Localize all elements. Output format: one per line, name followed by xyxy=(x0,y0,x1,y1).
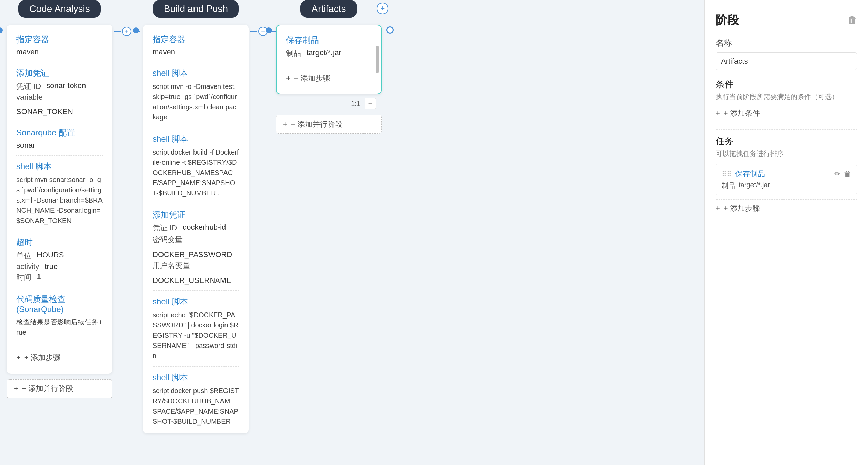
scroll-track xyxy=(376,46,379,73)
stage-build-push: Build and Push + 指定容器 maven shell 脚本 scr… xyxy=(143,0,249,433)
name-input[interactable] xyxy=(716,52,857,70)
shell-script-2-1: script mvn -o -Dmaven.test.skip=true -gs… xyxy=(153,81,239,122)
task-desc: 可以拖拽任务进行排序 xyxy=(716,149,857,158)
timeout-label: 超时 xyxy=(16,237,103,248)
container-value-1: maven xyxy=(16,48,103,57)
timeout-time: 时间 1 xyxy=(16,272,103,283)
condition-title: 条件 xyxy=(716,78,857,90)
container-label-2: 指定容器 xyxy=(153,34,239,45)
connector-left-3 xyxy=(266,27,272,33)
drag-handle-icon[interactable]: ⠿⠿ xyxy=(722,170,732,178)
task-field-row: 制品 target/*.jar xyxy=(722,181,851,190)
card-artifacts: 保存制品 制品 target/*.jar + + 添加步骤 xyxy=(276,25,382,94)
credential-label-1: 添加凭证 xyxy=(16,68,103,79)
shell-script-2-3: script echo "$DOCKER_PASSWORD" | docker … xyxy=(153,310,239,361)
shell-label-1: shell 脚本 xyxy=(16,161,103,172)
stage-code-analysis: Code Analysis + 指定容器 maven 添加凭证 凭证 ID so… xyxy=(7,0,112,398)
credential-user-2: 用户名变量 DOCKER_USERNAME xyxy=(153,260,239,285)
quality-desc: 检查结果是否影响后续任务 true xyxy=(16,317,103,337)
add-parallel-btn-3[interactable]: + + 添加并行阶段 xyxy=(276,115,382,134)
delete-stage-icon[interactable]: 🗑 xyxy=(848,15,857,26)
credential-id-2: 凭证 ID dockerhub-id xyxy=(153,223,239,233)
dot-left-3 xyxy=(266,27,272,33)
credential-pwd-2: 密码变量 DOCKER_PASSWORD xyxy=(153,235,239,259)
shell-label-2-2: shell 脚本 xyxy=(153,133,239,144)
card-build-push: 指定容器 maven shell 脚本 script mvn -o -Dmave… xyxy=(143,25,249,433)
shell-script-2-2: script docker build -f Dockerfile-online… xyxy=(153,147,239,198)
connector-left-2 xyxy=(133,27,139,33)
name-label: 名称 xyxy=(716,37,857,48)
pipeline-area: Code Analysis + 指定容器 maven 添加凭证 凭证 ID so… xyxy=(0,0,704,465)
plus-top-icon[interactable]: + xyxy=(377,3,388,14)
line-right-1 xyxy=(114,31,121,32)
card-code-analysis: 指定容器 maven 添加凭证 凭证 ID sonar-token variab… xyxy=(7,25,112,374)
connector-left-1 xyxy=(0,27,3,33)
dot-outline-3 xyxy=(386,26,394,34)
add-condition-btn[interactable]: + + 添加条件 xyxy=(716,106,760,121)
connector-right-2: + xyxy=(250,27,276,36)
task-item-save: ⠿⠿ 保存制品 ✏ 🗑 制品 target/*.jar xyxy=(716,164,857,195)
task-title: 任务 xyxy=(716,135,857,147)
ratio-label: 1:1 xyxy=(351,100,360,108)
add-step-btn-1[interactable]: + + 添加步骤 xyxy=(16,349,103,367)
task-actions: ✏ 🗑 xyxy=(834,170,851,178)
save-label: 保存制品 xyxy=(286,35,371,46)
plus-btn-1[interactable]: + xyxy=(122,27,131,36)
condition-section: 条件 执行当前阶段所需要满足的条件（可选） + + 添加条件 xyxy=(716,78,857,121)
artifacts-controls: 1:1 − xyxy=(276,98,382,109)
timeout-activity: activity true xyxy=(16,262,103,271)
shell-script-1: script mvn sonar:sonar -o -gs `pwd`/conf… xyxy=(16,175,103,226)
timeout-unit: 单位 HOURS xyxy=(16,251,103,261)
shell-label-2-1: shell 脚本 xyxy=(153,68,239,79)
add-parallel-btn-1[interactable]: + + 添加并行阶段 xyxy=(7,379,112,398)
minus-btn[interactable]: − xyxy=(365,98,376,109)
delete-task-btn[interactable]: 🗑 xyxy=(844,170,851,178)
line-right-2 xyxy=(250,31,257,32)
shell-label-2-4: shell 脚本 xyxy=(153,372,239,383)
scroll-thumb[interactable] xyxy=(376,46,379,73)
stage-header-artifacts: Artifacts xyxy=(300,0,357,18)
artifact-field: 制品 target/*.jar xyxy=(286,48,371,59)
task-field-key: 制品 xyxy=(722,181,735,190)
add-top-btn[interactable]: + xyxy=(377,3,388,14)
panel-title: 阶段 xyxy=(716,12,739,28)
shell-script-2-4: script docker push $REGISTRY/$DOCKERHUB_… xyxy=(153,386,239,427)
task-field-val: target/*.jar xyxy=(739,181,770,190)
task-item-name: 保存制品 xyxy=(735,169,831,179)
right-panel: 阶段 🗑 名称 条件 执行当前阶段所需要满足的条件（可选） + + 添加条件 任… xyxy=(704,0,868,465)
stage-header-build: Build and Push xyxy=(153,0,239,18)
quality-label: 代码质量检查(SonarQube) xyxy=(16,294,103,314)
credential-id-1: 凭证 ID sonar-token xyxy=(16,81,103,92)
stage-artifacts: + Artifacts 保存制品 制品 target/*.jar + xyxy=(276,0,382,134)
condition-desc: 执行当前阶段所需要满足的条件（可选） xyxy=(716,92,857,101)
task-section: 任务 可以拖拽任务进行排序 ⠿⠿ 保存制品 ✏ 🗑 制品 target/*.ja… xyxy=(716,135,857,217)
credential-label-2: 添加凭证 xyxy=(153,209,239,220)
panel-title-row: 阶段 🗑 xyxy=(716,12,857,28)
dot-left-1 xyxy=(0,27,3,33)
edit-task-btn[interactable]: ✏ xyxy=(834,170,840,178)
sonarqube-val: sonar xyxy=(16,141,103,150)
stage-header-code-analysis: Code Analysis xyxy=(18,0,100,18)
credential-var-1: variable SONAR_TOKEN xyxy=(16,93,103,116)
container-value-2: maven xyxy=(153,48,239,57)
shell-label-2-3: shell 脚本 xyxy=(153,296,239,307)
dot-left-2 xyxy=(133,27,139,33)
add-step-panel-btn[interactable]: + + 添加步骤 xyxy=(716,199,857,217)
task-item-header: ⠿⠿ 保存制品 ✏ 🗑 xyxy=(722,169,851,179)
container-label-1: 指定容器 xyxy=(16,34,103,45)
sonarqube-label: Sonarqube 配置 xyxy=(16,127,103,138)
add-step-artifacts[interactable]: + + 添加步骤 xyxy=(286,70,371,87)
connector-right-3 xyxy=(386,26,394,34)
